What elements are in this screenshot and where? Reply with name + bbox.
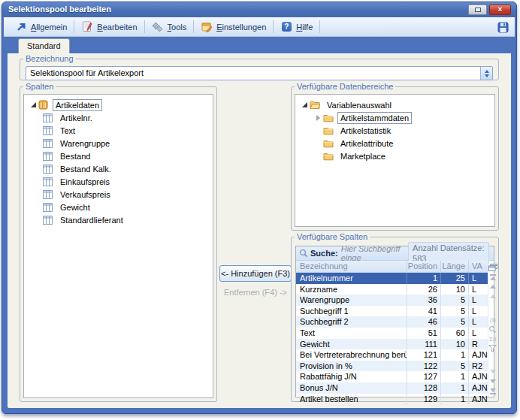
- toolbar-button[interactable]: Tools: [147, 20, 192, 35]
- cell-laenge: 5: [441, 316, 469, 328]
- sum-icon[interactable]: ΣΙΙ: [488, 334, 497, 344]
- tree-item-label: Verkaufspreis: [57, 189, 113, 201]
- folder-open-icon: [310, 100, 321, 110]
- table-row[interactable]: Kurzname 26 10 L: [296, 284, 488, 295]
- search-input[interactable]: Hier Suchbegriff einge: [341, 244, 408, 262]
- table-row[interactable]: Provision in % 122 5 R2: [296, 361, 488, 372]
- toolbar-button-label: Bearbeiten: [97, 23, 137, 32]
- table-row[interactable]: Suchbegriff 2 46 5 L: [296, 316, 488, 328]
- tree-item-label: Warengruppe: [57, 137, 113, 150]
- restore-button[interactable]: [468, 5, 487, 15]
- tree-item-folder[interactable]: Artikelattribute: [295, 137, 494, 150]
- column-header-va[interactable]: VA: [469, 261, 488, 272]
- tree-item-column[interactable]: Bestand: [24, 150, 213, 162]
- spalten-listbox[interactable]: Artikeldaten Artikelnr.: [23, 94, 213, 398]
- cell-laenge: 1: [441, 394, 469, 405]
- toolbar-button[interactable]: Bearbeiten: [76, 20, 142, 35]
- best-fit-icon[interactable]: (I): [488, 315, 497, 325]
- cell-laenge: 5: [441, 295, 469, 306]
- tree-item-folder[interactable]: Marketplace: [295, 150, 494, 162]
- go-last-icon[interactable]: [488, 386, 497, 396]
- toolbar-button[interactable]: Allgemein: [10, 20, 72, 35]
- column-icon: [43, 177, 54, 186]
- save-button[interactable]: [497, 22, 509, 33]
- filter-icon[interactable]: [488, 344, 497, 354]
- table-row[interactable]: Gewicht 111 10 R: [296, 339, 488, 350]
- toolbar-button-label: Tools: [168, 23, 187, 32]
- tree-item-column[interactable]: Text: [24, 124, 213, 137]
- toolbar-button[interactable]: Einstellungen: [195, 20, 271, 35]
- gears-icon: [152, 21, 164, 32]
- folder-icon: [323, 125, 334, 135]
- search-bar[interactable]: Suche: Hier Suchbegriff einge Anzahl Dat…: [296, 246, 494, 261]
- verfuegbare-spalten-legend: Verfügbare Spalten: [295, 232, 370, 241]
- table-row[interactable]: Text 51 60 L: [296, 328, 488, 339]
- page-down-icon[interactable]: [488, 367, 497, 376]
- dialog-window: Selektionspool bearbeiten × Allgemein Be…: [2, 2, 517, 414]
- table-row[interactable]: Artikel bestellen 129 1 AJN: [296, 394, 488, 405]
- expander-closed-icon[interactable]: [314, 128, 322, 134]
- tree-item-column[interactable]: Verkaufspreis: [24, 188, 213, 201]
- toolbar-button-label: Allgemein: [31, 23, 67, 32]
- page-up-icon[interactable]: [488, 292, 497, 301]
- go-first-icon[interactable]: [488, 272, 497, 282]
- move-down-icon[interactable]: [488, 376, 497, 386]
- expander-closed-icon[interactable]: [314, 141, 322, 147]
- tree-item-folder[interactable]: Artikelstammdaten: [295, 111, 494, 124]
- cell-position: 127: [407, 371, 441, 382]
- edit-document-icon: [81, 21, 93, 32]
- title-bar[interactable]: Selektionspool bearbeiten ×: [2, 2, 516, 17]
- hinzufuegen-button[interactable]: <- Hinzufügen (F3): [219, 265, 292, 282]
- tree-item-label: Variablenauswahl: [324, 99, 395, 111]
- column-header-laenge[interactable]: Länge: [441, 261, 469, 272]
- tree-item-column[interactable]: Standardlieferant: [24, 213, 213, 226]
- expander-closed-icon[interactable]: [314, 115, 322, 121]
- cell-bezeichnung: Gewicht: [296, 339, 407, 350]
- column-icon: [43, 189, 54, 199]
- column-header-bezeichnung[interactable]: Bezeichnung: [296, 261, 407, 272]
- cell-position: 1: [407, 273, 441, 284]
- cell-laenge: 60: [441, 328, 469, 339]
- tree-item-label: Artikelnr.: [57, 112, 95, 124]
- datenbereiche-listbox[interactable]: Variablenauswahl Artikelstammdaten: [295, 94, 495, 227]
- tree-item-column[interactable]: Artikelnr.: [24, 111, 213, 124]
- cell-va: R2: [469, 361, 488, 372]
- tree-item-column[interactable]: Warengruppe: [24, 137, 213, 150]
- expander-open-icon[interactable]: [29, 102, 37, 107]
- grid-header[interactable]: Bezeichnung Position Länge VA: [296, 261, 488, 273]
- tree-item-column[interactable]: Einkaufspreis: [24, 175, 213, 188]
- table-row[interactable]: Bonus J/N 128 1 AJN: [296, 382, 488, 394]
- close-button[interactable]: ×: [489, 5, 511, 15]
- bezeichnung-combobox[interactable]: Selektionspool für Artikelexport: [26, 66, 493, 80]
- tab-band: Standard: [4, 38, 515, 53]
- table-row[interactable]: Rabattfähig J/N 127 1 AJN: [296, 371, 488, 382]
- cell-va: L: [469, 295, 488, 306]
- table-row[interactable]: Artikelnummer 1 25 L: [296, 273, 488, 284]
- toolbar-button[interactable]: ? Hilfe: [275, 20, 318, 35]
- settings-icon: [201, 21, 213, 32]
- column-chooser-icon[interactable]: [488, 262, 497, 272]
- tree-item-label: Artikeldaten: [53, 99, 102, 111]
- table-row[interactable]: Suchbegriff 1 41 5 L: [296, 306, 488, 317]
- question-mark: ?: [282, 22, 292, 32]
- column-header-position[interactable]: Position: [407, 261, 441, 272]
- expander-closed-icon[interactable]: [314, 153, 322, 159]
- tree-item-label: Artikelattribute: [337, 137, 396, 150]
- grid-search-icon[interactable]: [488, 325, 497, 334]
- tree-item-column[interactable]: Gewicht: [24, 201, 213, 213]
- tab-standard[interactable]: Standard: [18, 38, 70, 53]
- tree-item-column[interactable]: Bestand Kalk.: [24, 162, 213, 175]
- tree-item-folder[interactable]: Artikelstatistik: [295, 124, 494, 137]
- tree-item-label: Artikelstammdaten: [337, 112, 412, 124]
- move-up-icon[interactable]: [488, 282, 497, 292]
- table-row[interactable]: Bei Vertreterabrechnung berücksichtigen …: [296, 349, 488, 361]
- tree-item-root[interactable]: Artikeldaten: [24, 98, 213, 111]
- table-row[interactable]: Warengruppe 36 5 L: [296, 295, 488, 306]
- cell-va: L: [469, 328, 488, 339]
- spalten-legend: Spalten: [23, 82, 56, 91]
- folder-icon: [323, 113, 334, 122]
- expander-open-icon[interactable]: [301, 102, 308, 107]
- tree-item-root[interactable]: Variablenauswahl: [295, 98, 494, 111]
- combobox-spin-button[interactable]: [480, 67, 492, 80]
- cell-va: L: [469, 306, 488, 317]
